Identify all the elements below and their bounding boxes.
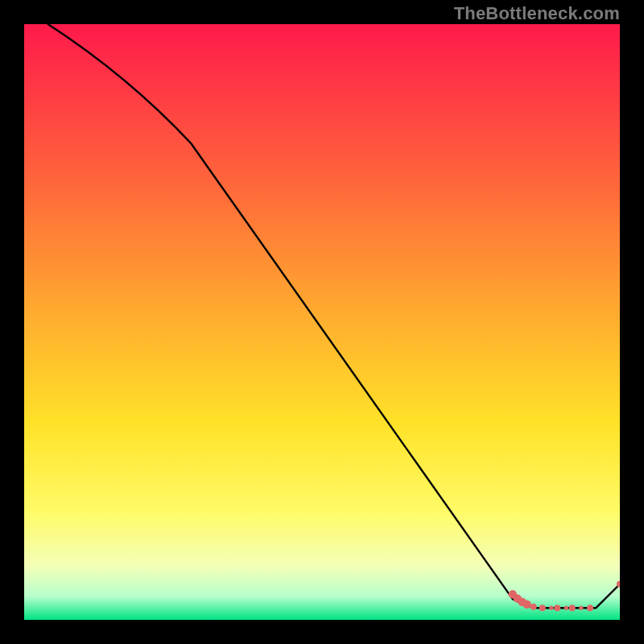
watermark-text: TheBottleneck.com — [454, 3, 620, 24]
optimum-marker — [539, 605, 546, 611]
optimum-marker — [569, 605, 576, 611]
gradient-line-chart — [24, 24, 620, 620]
optimum-marker — [564, 606, 568, 610]
optimum-marker — [549, 606, 553, 610]
optimum-marker — [530, 604, 537, 610]
gradient-background — [24, 24, 620, 620]
chart-plot-area — [24, 24, 620, 620]
optimum-marker — [522, 601, 530, 609]
optimum-marker — [579, 606, 583, 610]
optimum-marker — [587, 605, 593, 611]
optimum-marker — [554, 605, 560, 611]
